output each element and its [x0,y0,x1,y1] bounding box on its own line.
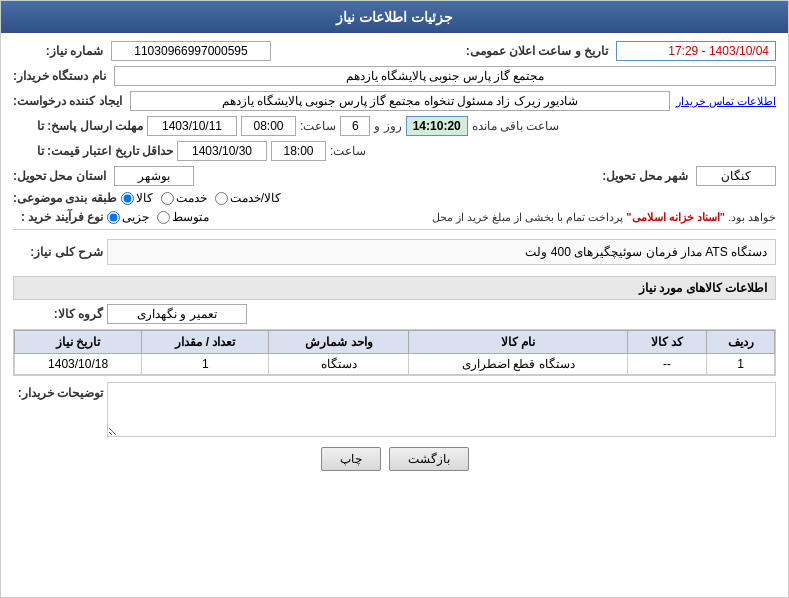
page-wrapper: جزئیات اطلاعات نیاز 1403/10/04 - 17:29 ت… [0,0,789,598]
roz-label: روز و [374,119,401,133]
ijad-konande-value: شادیور زیرک زاد مسئول تنخواه مجتمع گاز پ… [130,91,670,111]
back-button[interactable]: بازگشت [389,447,469,471]
shahr-label: شهر محل تحویل: [598,169,688,183]
hadaqal-date-value: 1403/10/30 [177,141,267,161]
shomara-group: 11030966997000595 شماره نیاز: [13,41,271,61]
mohlat-group: ساعت باقی مانده 14:10:20 روز و 6 ساعت: 0… [147,116,559,136]
mohlat-date-value: 1403/10/11 [147,116,237,136]
farayand-label: نوع فرآیند خرید : [13,210,103,224]
table-row: 1 -- دستگاه قطع اضطراری دستگاه 1 1403/10… [15,354,775,375]
hadaqal-saat-value: 18:00 [271,141,326,161]
gorohe-kala-value: تعمیر و نگهداری [107,304,247,324]
tabaqa-kala-radio[interactable] [121,192,134,205]
print-button[interactable]: چاپ [321,447,381,471]
tarikh-saat-value: 1403/10/04 - 17:29 [616,41,776,61]
farayand-note: پرداخت تمام با بخشی از مبلغ خرید از محل [432,211,623,224]
farayand-jozvi-item[interactable]: جزیی [107,210,149,224]
tabaqa-radio-group: کالا/خدمت خدمت کالا [121,191,281,205]
divider1 [13,229,776,230]
ettelaat-tamas-link[interactable]: اطلاعات تماس خریدار [676,95,776,108]
ostan-value: بوشهر [114,166,194,186]
kala-table-wrapper: ردیف کد کالا نام کالا واحد شمارش تعداد /… [13,329,776,376]
row-tabaqa: کالا/خدمت خدمت کالا طبقه بندی موضوعی: [13,191,776,205]
row-mohlat: ساعت باقی مانده 14:10:20 روز و 6 ساعت: 0… [13,116,776,136]
row-ijad: اطلاعات تماس خریدار شادیور زیرک زاد مسئو… [13,91,776,111]
page-title: جزئیات اطلاعات نیاز [336,9,453,25]
cell-tedad: 1 [142,354,269,375]
tarikh-saat-label: تاریخ و ساعت اعلان عمومی: [466,44,608,58]
row-now-farayand: خواهد بود. "اسناد خزانه اسلامی" پرداخت ت… [13,210,776,224]
ostan-label: استان محل تحویل: [13,169,106,183]
tozih-label: توضیحات خریدار: [13,386,103,400]
ettelaat-kala-title: اطلاعات کالاهای مورد نیاز [13,276,776,300]
row-tozih: توضیحات خریدار: [13,382,776,437]
nam-dastgah-value: مجتمع گاز پارس جنوبی پالایشگاه یازدهم [114,66,776,86]
ijad-konande-label: ایجاد کننده درخواست: [13,94,122,108]
farayand-bold: "اسناد خزانه اسلامی" [626,211,725,224]
ostan-group: بوشهر استان محل تحویل: [13,166,194,186]
row-gorohe-kala: تعمیر و نگهداری گروه کالا: [13,304,776,324]
gorohe-kala-label: گروه کالا: [13,307,103,321]
cell-tarikh: 1403/10/18 [15,354,142,375]
cell-kod: -- [628,354,707,375]
farayand-note-end: خواهد بود. [728,211,776,224]
tabaqa-khadamat-label: خدمت [176,191,207,205]
tabaqa-kala-item[interactable]: کالا [121,191,153,205]
row-sharh: دستگاه ATS مدار فرمان سوئیچگیرهای 400 ول… [13,234,776,270]
cell-nam: دستگاه قطع اضطراری [409,354,628,375]
farayand-radio-group: متوسط جزیی [107,210,209,224]
tabaqa-kala-khadamat-radio[interactable] [215,192,228,205]
row-shomara: 1403/10/04 - 17:29 تاریخ و ساعت اعلان عم… [13,41,776,61]
farayand-motavasset-item[interactable]: متوسط [157,210,209,224]
farayand-jozvi-radio[interactable] [107,211,120,224]
shahr-group: کنگان شهر محل تحویل: [598,166,776,186]
table-header-row: ردیف کد کالا نام کالا واحد شمارش تعداد /… [15,331,775,354]
farayand-jozvi-label: جزیی [122,210,149,224]
shomara-niaz-value: 11030966997000595 [111,41,271,61]
hadaqal-group: ساعت: 18:00 1403/10/30 [177,141,366,161]
mohlat-label: مهلت ارسال پاسخ: تا [13,119,143,133]
tabaqa-khadamat-radio[interactable] [161,192,174,205]
tarikh-saat-group: 1403/10/04 - 17:29 تاریخ و ساعت اعلان عم… [466,41,776,61]
tabaqa-khadamat-item[interactable]: خدمت [161,191,207,205]
content-area: 1403/10/04 - 17:29 تاریخ و ساعت اعلان عم… [1,33,788,485]
mohlat-saat-value: 08:00 [241,116,296,136]
row-nam-dastgah: مجتمع گاز پارس جنوبی پالایشگاه یازدهم نا… [13,66,776,86]
mohlat-time: 14:10:20 [406,116,468,136]
col-nam: نام کالا [409,331,628,354]
tabaqa-kala-khadamat-label: کالا/خدمت [230,191,281,205]
sharh-koli-label: شرح کلی نیاز: [13,245,103,259]
sharh-koli-value: دستگاه ATS مدار فرمان سوئیچگیرهای 400 ول… [107,239,776,265]
mohlat-roz-value: 6 [340,116,370,136]
col-vahed: واحد شمارش [269,331,409,354]
hadaqal-label: حداقل تاریخ اعتبار قیمت: تا [13,144,173,158]
mande-label: ساعت باقی مانده [472,119,560,133]
farayand-motavasset-radio[interactable] [157,211,170,224]
col-tarikh: تاریخ نیاز [15,331,142,354]
shahr-value: کنگان [696,166,776,186]
row-hadaqal: ساعت: 18:00 1403/10/30 حداقل تاریخ اعتبا… [13,141,776,161]
tabaqa-kala-khadamat-item[interactable]: کالا/خدمت [215,191,281,205]
col-kod: کد کالا [628,331,707,354]
tabaqa-label: طبقه بندی موضوعی: [13,191,117,205]
saat-label3: ساعت: [330,144,366,158]
shomara-niaz-label: شماره نیاز: [13,44,103,58]
col-tedad: تعداد / مقدار [142,331,269,354]
row-ostan-shahr: کنگان شهر محل تحویل: بوشهر استان محل تحو… [13,166,776,186]
cell-radif: 1 [707,354,775,375]
buttons-row: بازگشت چاپ [13,447,776,471]
page-header: جزئیات اطلاعات نیاز [1,1,788,33]
farayand-motavasset-label: متوسط [172,210,209,224]
saat-label2: ساعت: [300,119,336,133]
tabaqa-kala-label: کالا [136,191,153,205]
nam-dastgah-label: نام دستگاه خریدار: [13,69,106,83]
cell-vahed: دستگاه [269,354,409,375]
col-radif: ردیف [707,331,775,354]
kala-table: ردیف کد کالا نام کالا واحد شمارش تعداد /… [14,330,775,375]
tozih-textarea[interactable] [107,382,776,437]
